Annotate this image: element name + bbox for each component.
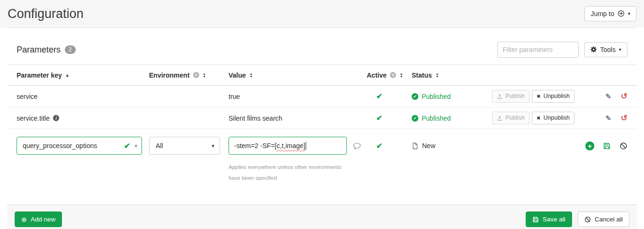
value-text-misspelled: c,t,image] — [276, 142, 305, 150]
jump-to-icon — [618, 10, 625, 17]
footer-actions: Save all Cancel all — [526, 211, 629, 227]
valid-check-icon: ✔ — [124, 141, 130, 150]
publish-actions: Publish ✖ Unpublish — [492, 90, 582, 103]
cross-icon: ✖ — [537, 94, 540, 99]
cancel-all-label: Cancel all — [595, 216, 623, 223]
published-check-icon: ✔ — [412, 115, 418, 122]
check-icon: ✔ — [376, 114, 382, 123]
environment-select[interactable]: All ▾ — [149, 137, 220, 155]
panel-footer: ⊕ Add new Save all Can — [7, 204, 637, 229]
helper-line: have been specified — [229, 173, 627, 184]
row-actions: ✎ ↺ — [582, 114, 627, 122]
status-badge: ✔ Published — [412, 93, 451, 100]
add-new-button[interactable]: ⊕ Add new — [15, 211, 62, 227]
parameter-key: service — [17, 93, 37, 100]
sort-icon[interactable]: ▲▼ — [400, 72, 403, 78]
environment-helper-text: Applies everywhere unless other environm… — [17, 155, 627, 198]
value-text: -stem=2 -SF=[ — [234, 142, 276, 150]
publish-button[interactable]: Publish — [492, 112, 529, 124]
parameters-panel: Parameters 2 Tools — [7, 35, 637, 229]
sort-icon[interactable]: ▲▼ — [203, 72, 206, 78]
unpublish-button[interactable]: ✖ Unpublish — [532, 112, 574, 124]
table-row: service.title i Silent films search ✔ ✔ … — [7, 107, 637, 129]
jump-to-button[interactable]: Jump to ▾ — [584, 6, 636, 22]
revert-icon[interactable]: ↺ — [621, 114, 627, 122]
caret-down-icon: ▾ — [628, 11, 630, 17]
status-cell: New — [412, 142, 492, 150]
value-cell: -stem=2 -SF=[c,t,image] — [229, 137, 367, 155]
cancel-row-icon[interactable] — [619, 142, 627, 150]
tools-label: Tools — [600, 46, 616, 54]
parameter-key: service.title — [17, 114, 50, 122]
text-cursor — [306, 141, 306, 150]
new-parameter-row: query_processor_options ✔ ▾ All ▾ -stem=… — [7, 129, 637, 155]
info-icon[interactable]: i — [53, 115, 59, 121]
helper-line: Applies everywhere unless other environm… — [229, 162, 627, 173]
table-header-row: Parameter key ▲ Environment ? ▲▼ Value ▲… — [7, 65, 637, 86]
combobox-caret-icon[interactable]: ▾ — [134, 143, 137, 149]
column-header-value[interactable]: Value ▲▼ — [229, 71, 367, 79]
help-icon[interactable]: ? — [390, 72, 396, 78]
parameter-value-input[interactable]: -stem=2 -SF=[c,t,image] — [229, 137, 347, 155]
unpublish-label: Unpublish — [543, 114, 570, 122]
gear-icon — [591, 46, 597, 53]
value-cell: true — [229, 93, 367, 100]
header-divider — [7, 27, 637, 28]
page-header: Configuration Jump to ▾ — [0, 0, 644, 27]
column-header-parameter-key[interactable]: Parameter key ▲ — [17, 71, 149, 79]
cancel-all-button[interactable]: Cancel all — [578, 211, 629, 227]
add-row-icon[interactable]: + — [585, 141, 594, 150]
parameter-key-value: query_processor_options — [23, 142, 120, 150]
tools-button[interactable]: Tools ▾ — [584, 42, 627, 58]
unpublish-button[interactable]: ✖ Unpublish — [532, 90, 574, 103]
edit-icon[interactable]: ✎ — [605, 114, 611, 122]
comment-bubble-icon[interactable] — [353, 142, 361, 150]
save-all-label: Save all — [543, 216, 565, 223]
status-label: New — [422, 142, 435, 150]
status-label: Published — [422, 93, 451, 100]
cross-icon: ✖ — [537, 115, 540, 121]
help-icon[interactable]: ? — [193, 72, 199, 78]
status-badge: New — [412, 142, 435, 150]
filter-parameters-input[interactable] — [497, 42, 579, 58]
upload-icon — [497, 115, 503, 121]
active-cell: ✔ — [367, 114, 412, 123]
column-label: Value — [229, 71, 246, 79]
revert-icon[interactable]: ↺ — [621, 92, 627, 100]
publish-label: Publish — [505, 93, 525, 100]
value-cell: Silent films search — [229, 114, 367, 122]
parameter-value: true — [229, 93, 240, 100]
column-header-active[interactable]: Active ? ▲▼ — [367, 71, 412, 79]
column-header-environment[interactable]: Environment ? ▲▼ — [149, 71, 229, 79]
new-document-icon — [412, 142, 418, 150]
publish-label: Publish — [505, 114, 525, 122]
status-cell: ✔ Published — [412, 114, 492, 122]
row-actions: ✎ ↺ — [582, 92, 627, 100]
row-actions: + — [582, 141, 627, 150]
upload-icon — [497, 94, 503, 99]
caret-down-icon: ▾ — [619, 47, 621, 53]
publish-button[interactable]: Publish — [492, 90, 529, 103]
status-badge: ✔ Published — [412, 114, 451, 122]
column-header-status[interactable]: Status ▲▼ — [412, 71, 492, 79]
add-new-label: Add new — [31, 216, 56, 223]
column-label: Status — [412, 71, 432, 79]
column-label: Parameter key — [17, 71, 62, 79]
active-cell: ✔ — [367, 141, 412, 150]
edit-icon[interactable]: ✎ — [605, 93, 611, 100]
environment-value: All — [156, 142, 163, 150]
column-label: Active — [367, 71, 387, 79]
select-caret-icon: ▾ — [212, 143, 214, 149]
sort-icon[interactable]: ▲▼ — [436, 72, 439, 78]
page-title: Configuration — [8, 7, 84, 21]
parameter-key-combobox[interactable]: query_processor_options ✔ ▾ — [17, 137, 142, 155]
save-row-icon[interactable] — [603, 142, 611, 150]
save-all-button[interactable]: Save all — [526, 211, 572, 227]
sort-icon[interactable]: ▲▼ — [250, 72, 253, 78]
check-icon: ✔ — [376, 141, 382, 150]
publish-actions: Publish ✖ Unpublish — [492, 112, 582, 124]
circle-plus-icon: ⊕ — [21, 216, 27, 223]
status-label: Published — [422, 114, 451, 122]
parameter-key-cell: service.title i — [17, 114, 149, 122]
unpublish-label: Unpublish — [543, 93, 570, 100]
